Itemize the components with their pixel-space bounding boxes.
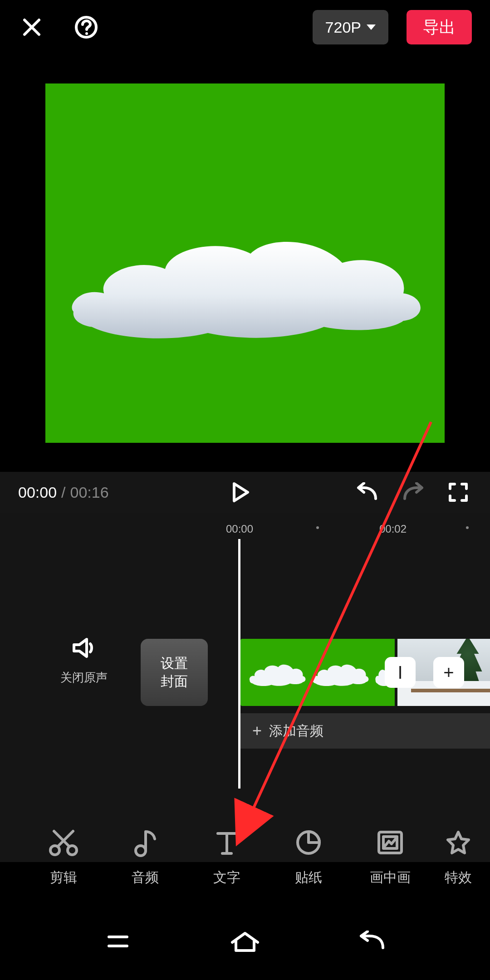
tool-sticker[interactable]: 贴纸 — [268, 826, 349, 903]
ruler-dot — [466, 526, 469, 529]
ruler-dot — [316, 526, 319, 529]
playhead[interactable] — [238, 539, 240, 789]
scissors-icon — [49, 826, 78, 859]
sticker-icon — [295, 826, 322, 859]
plus-icon: + — [252, 721, 262, 740]
speaker-icon — [52, 634, 116, 662]
timeline-ruler[interactable]: 00:00 00:02 — [0, 513, 490, 540]
nav-home[interactable] — [222, 923, 268, 960]
ruler-tick: 00:02 — [379, 523, 407, 535]
export-button[interactable]: 导出 — [407, 10, 472, 44]
tool-row: 剪辑 音频 文字 贴纸 画中画 特效 — [0, 826, 490, 903]
playback-bar: 00:00 / 00:16 — [0, 472, 490, 513]
resolution-selector[interactable]: 720P — [313, 10, 388, 44]
add-audio-track[interactable]: + 添加音频 — [240, 713, 490, 749]
preview-content — [45, 83, 445, 443]
ruler-tick: 00:00 — [226, 523, 253, 535]
fullscreen-button[interactable] — [445, 479, 472, 506]
tool-text[interactable]: 文字 — [186, 826, 268, 903]
svg-point-4 — [136, 846, 146, 856]
nav-recent[interactable] — [95, 923, 141, 960]
transition-handle-left[interactable]: I — [385, 657, 416, 688]
text-icon — [214, 826, 240, 859]
picture-in-picture-icon — [376, 826, 404, 859]
time-duration: 00:16 — [70, 484, 109, 501]
music-note-icon — [132, 826, 158, 859]
cloud-graphic — [61, 220, 428, 342]
redo-button[interactable] — [399, 479, 426, 506]
resolution-label: 720P — [325, 19, 361, 36]
play-button[interactable] — [227, 479, 254, 506]
tool-audio[interactable]: 音频 — [104, 826, 186, 903]
system-nav-bar — [0, 912, 490, 980]
time-current: 00:00 — [18, 484, 57, 501]
help-button[interactable] — [73, 14, 100, 41]
transition-handle-add[interactable]: + — [433, 657, 464, 688]
set-cover-button[interactable]: 设置 封面 — [141, 639, 208, 706]
clip-1[interactable] — [240, 639, 395, 706]
timeline[interactable]: 00:00 00:02 关闭原声 设置 封面 I — [0, 513, 490, 862]
tool-fx[interactable]: 特效 — [431, 826, 485, 903]
preview-frame[interactable] — [45, 64, 445, 463]
chevron-down-icon — [367, 24, 376, 30]
video-track: 关闭原声 设置 封面 I + — [0, 639, 490, 706]
time-separator: / — [61, 484, 65, 501]
mute-original-audio[interactable]: 关闭原声 — [52, 634, 116, 686]
star-icon — [445, 826, 472, 859]
undo-button[interactable] — [354, 479, 381, 506]
top-bar: 720P 导出 — [0, 0, 490, 54]
preview-area — [0, 54, 490, 472]
tool-cut[interactable]: 剪辑 — [23, 826, 104, 903]
tool-pip[interactable]: 画中画 — [349, 826, 431, 903]
svg-point-1 — [85, 32, 88, 35]
nav-back[interactable] — [349, 923, 395, 960]
close-button[interactable] — [18, 14, 45, 41]
